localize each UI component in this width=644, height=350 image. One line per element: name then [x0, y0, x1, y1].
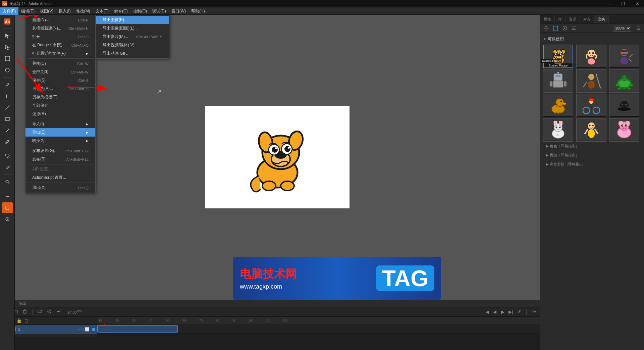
- menu-close[interactable]: 关闭(C) Ctrl+W: [25, 59, 95, 68]
- menu-save[interactable]: 保存(S) Ctrl+S: [25, 76, 95, 85]
- menu-recent[interactable]: 打开最近的文件(P) ▶: [25, 49, 95, 58]
- eyedropper-tool[interactable]: [2, 162, 13, 173]
- asset-ninja[interactable]: [609, 45, 639, 68]
- available-section-header[interactable]: ▼ 可供使用: [543, 35, 641, 43]
- rect-tool[interactable]: [2, 113, 13, 124]
- move-icon[interactable]: [542, 24, 550, 32]
- brush-tool[interactable]: [2, 136, 13, 147]
- line-tool[interactable]: [2, 102, 13, 113]
- asset-pig[interactable]: [609, 118, 639, 142]
- lock-btn[interactable]: 🔒: [16, 318, 22, 323]
- menu-new[interactable]: 新建(N)... Ctrl+N: [25, 16, 95, 24]
- paint-bucket-tool[interactable]: [2, 151, 13, 161]
- free-transform-tool[interactable]: [2, 53, 13, 64]
- menu-import[interactable]: 导入(I) ▶: [25, 120, 95, 128]
- menu-save-all[interactable]: 全部保存: [25, 101, 95, 110]
- asset-warp-tool[interactable]: [2, 214, 13, 224]
- tab-transform[interactable]: 变换: [594, 15, 609, 23]
- svg-point-135: [622, 125, 623, 126]
- align-icon[interactable]: [571, 24, 578, 32]
- lasso-tool[interactable]: [2, 65, 13, 76]
- asset-hat[interactable]: [609, 94, 639, 117]
- menu-help[interactable]: 帮助(H): [189, 7, 208, 15]
- menu-exit[interactable]: 退出(X) Ctrl+Q: [25, 184, 95, 192]
- color-icon[interactable]: [561, 24, 569, 32]
- minimize-button[interactable]: ─: [602, 0, 616, 7]
- tab-assets[interactable]: 资源: [566, 15, 580, 23]
- visibility-icon[interactable]: ●: [77, 327, 80, 332]
- menu-window[interactable]: 窗口(W): [169, 7, 189, 15]
- menu-save-as[interactable]: 另存为(A)... Ctrl+Shift+S: [25, 85, 95, 93]
- menu-control[interactable]: 控制(O): [130, 7, 150, 15]
- close-button[interactable]: ✕: [631, 0, 644, 7]
- arrow-icon: ▼: [543, 37, 546, 41]
- camera-tool[interactable]: [2, 202, 13, 213]
- select-tool[interactable]: [2, 31, 13, 41]
- asset-cyclist[interactable]: [576, 94, 606, 117]
- menu-text[interactable]: 文本(T): [93, 7, 111, 15]
- menu-export[interactable]: 导出(E) ▶: [25, 128, 95, 137]
- asset-girl[interactable]: [576, 45, 606, 68]
- loop-btn[interactable]: ↺: [516, 309, 522, 314]
- menu-command[interactable]: 命令(C): [111, 7, 130, 15]
- next-frame-btn[interactable]: ▶|: [507, 309, 514, 314]
- audio-section[interactable]: ▶ 声音剪辑（即将推出）: [543, 160, 641, 169]
- onion-range-btn[interactable]: [55, 309, 62, 315]
- menu-convert[interactable]: 转换为 ▶: [25, 137, 95, 145]
- tab-library[interactable]: 库: [555, 15, 566, 23]
- menu-new-template[interactable]: 从模板新建(N)... Ctrl+Shift+N: [25, 24, 95, 33]
- transform-icon[interactable]: [552, 24, 559, 32]
- first-frame-btn[interactable]: |◀: [483, 309, 490, 314]
- subselect-tool[interactable]: [2, 42, 13, 53]
- camera-icon[interactable]: [37, 309, 43, 315]
- onion-skin-btn[interactable]: [46, 309, 53, 315]
- menu-file[interactable]: 文件(F): [0, 7, 18, 15]
- menu-publish-settings[interactable]: 发布设置(G)... Ctrl+Shift+F12: [25, 147, 95, 155]
- menu-open[interactable]: 打开 Ctrl+O: [25, 33, 95, 41]
- lock-icon[interactable]: ◻: [81, 327, 84, 332]
- asset-rabbit[interactable]: [543, 118, 573, 142]
- tab-output[interactable]: 输出: [19, 301, 26, 306]
- menu-save-template[interactable]: 另存为模板(T)...: [25, 93, 95, 101]
- menu-view[interactable]: 视图(V): [37, 7, 56, 15]
- export-image[interactable]: 导出图像(E)...: [96, 16, 169, 24]
- export-image-legacy[interactable]: 导出图像(旧版)(L)...: [96, 24, 169, 33]
- outline-btn[interactable]: ◻: [24, 318, 28, 323]
- menu-revert[interactable]: 还原(R): [25, 110, 95, 118]
- menu-insert[interactable]: 插入(I): [56, 7, 73, 15]
- export-video[interactable]: 导出视频/媒体( V)...: [96, 41, 169, 49]
- panel-menu-icon[interactable]: [635, 24, 642, 32]
- pen-tool[interactable]: [2, 79, 13, 90]
- menu-close-all[interactable]: 全部关闭 Ctrl+Alt+W: [25, 68, 95, 76]
- export-movie[interactable]: 导出影片(M)... Ctrl+Alt+Shift+S: [96, 33, 169, 41]
- tab-properties[interactable]: 属性: [540, 15, 555, 23]
- menu-modify[interactable]: 修改(M): [73, 7, 93, 15]
- menu-bridge[interactable]: 在 Bridge 中浏览 Ctrl+Alt+O: [25, 41, 95, 49]
- menu-actionscript[interactable]: ActionScript 设置...: [25, 173, 95, 182]
- more-tools[interactable]: [2, 191, 13, 202]
- text-tool[interactable]: T: [2, 91, 13, 101]
- asset-warrior[interactable]: [576, 69, 606, 93]
- prev-frame-btn[interactable]: ◀: [491, 309, 498, 314]
- color-icon[interactable]: ⬜: [85, 327, 90, 332]
- skeleton-section[interactable]: ▶ 骨架（即将推出）: [543, 151, 641, 160]
- tab-align[interactable]: 对齐: [580, 15, 594, 23]
- sync-btn[interactable]: ⟳: [531, 309, 537, 314]
- menu-edit[interactable]: 编辑(E): [18, 7, 37, 15]
- export-gif[interactable]: 导出动画 GIF...: [96, 49, 169, 58]
- pencil-tool[interactable]: [2, 125, 13, 136]
- asset-boy[interactable]: [576, 118, 606, 142]
- zoom-select[interactable]: 100% 50% 75% 150% 200%: [613, 25, 631, 32]
- delete-layer-btn[interactable]: [21, 309, 28, 315]
- play-btn[interactable]: ▶: [499, 309, 506, 314]
- restore-button[interactable]: ❐: [616, 0, 630, 7]
- menu-debug[interactable]: 调试(D): [150, 7, 169, 15]
- zoom-tool[interactable]: [2, 177, 13, 187]
- asset-scared-puppy[interactable]: Scared Puppy: [543, 45, 573, 68]
- asset-duck[interactable]: [543, 94, 573, 117]
- menu-publish[interactable]: 发布(B) Alt+Shift+F12: [25, 155, 95, 163]
- characters-section[interactable]: ▶ 角色（即将推出）: [543, 142, 641, 151]
- asset-robot[interactable]: [543, 69, 573, 93]
- asset-turtle[interactable]: [609, 69, 639, 93]
- zoom-control[interactable]: 100% 50% 75% 150% 200%: [613, 25, 631, 32]
